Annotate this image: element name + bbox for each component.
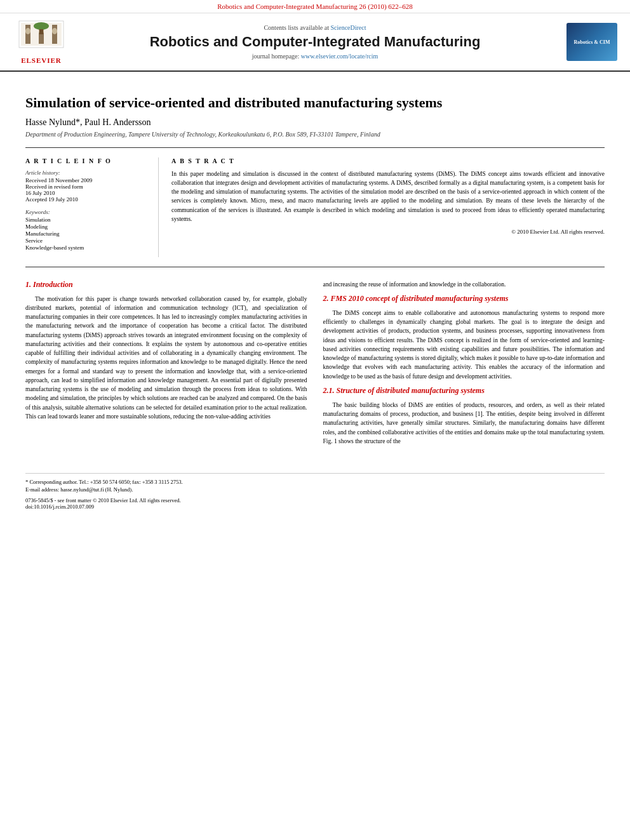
keyword-4: Service (25, 237, 149, 244)
article-affiliation: Department of Production Engineering, Ta… (25, 131, 605, 138)
intro-heading: 1. Introduction (25, 280, 307, 290)
intro-para1: The motivation for this paper is change … (25, 295, 307, 422)
accepted-date: Accepted 19 July 2010 (25, 196, 149, 203)
journal-title: Robotics and Computer-Integrated Manufac… (70, 34, 560, 50)
page-footer: * Corresponding author. Tel.: +358 50 57… (25, 473, 605, 510)
email-note: E-mail address: hasse.nylund@tut.fi (H. … (25, 486, 605, 494)
footer-ids: 0736-5845/$ - see front matter © 2010 El… (25, 497, 605, 510)
keywords-list: Simulation Modeling Manufacturing Servic… (25, 217, 149, 251)
svg-point-8 (34, 22, 49, 30)
svg-point-5 (25, 28, 30, 34)
homepage-link[interactable]: www.elsevier.com/locate/rcim (301, 53, 379, 60)
main-content: Simulation of service-oriented and distr… (0, 72, 630, 460)
keywords-group: Keywords: Simulation Modeling Manufactur… (25, 209, 149, 251)
fms-heading: 2. FMS 2010 concept of distributed manuf… (323, 294, 605, 303)
fms-para1: The DiMS concept aims to enable collabor… (323, 309, 605, 381)
sciencedirect-link[interactable]: ScienceDirect (330, 24, 366, 31)
keyword-1: Simulation (25, 217, 149, 223)
svg-rect-9 (39, 29, 43, 34)
keyword-3: Manufacturing (25, 230, 149, 237)
svg-point-7 (52, 28, 57, 34)
history-group: Article history: Received 18 November 20… (25, 170, 149, 203)
article-title: Simulation of service-oriented and distr… (25, 94, 605, 112)
elsevier-logo-left: ELSEVIER (13, 20, 70, 64)
intro-para1-cont: and increasing the reuse of information … (323, 280, 605, 289)
header-divider (25, 147, 605, 148)
article-authors: Hasse Nylund*, Paul H. Andersson (25, 117, 605, 128)
journal-center-info: Contents lists available at ScienceDirec… (70, 24, 560, 60)
info-section: A R T I C L E I N F O Article history: R… (25, 154, 605, 260)
copyright-line: © 2010 Elsevier Ltd. All rights reserved… (171, 229, 605, 235)
rights-reserved: 0736-5845/$ - see front matter © 2010 El… (25, 497, 605, 503)
keywords-label: Keywords: (25, 209, 149, 215)
body-divider (25, 267, 605, 267)
abstract-section: A B S T R A C T In this paper modeling a… (171, 157, 605, 257)
article-info-heading: A R T I C L E I N F O (25, 157, 149, 164)
fms-sub-heading: 2.1. Structure of distributed manufactur… (323, 386, 605, 396)
journal-logo-right: Robotics & CIM (560, 23, 617, 61)
contents-line: Contents lists available at ScienceDirec… (70, 24, 560, 31)
history-label: Article history: (25, 170, 149, 176)
revised-date: 16 July 2010 (25, 190, 149, 196)
corresponding-note: * Corresponding author. Tel.: +358 50 57… (25, 479, 605, 486)
revised-label: Received in revised form (25, 183, 149, 190)
abstract-text: In this paper modeling and simulation is… (171, 170, 605, 224)
doi: doi:10.1016/j.rcim.2010.07.009 (25, 503, 605, 510)
fms-para2: The basic building blocks of DiMS are en… (323, 401, 605, 446)
elsevier-name-label: ELSEVIER (13, 57, 70, 64)
article-info-panel: A R T I C L E I N F O Article history: R… (25, 157, 159, 257)
keyword-5: Knowledge-based system (25, 244, 149, 251)
brand-logo-right: Robotics & CIM (566, 23, 617, 61)
keyword-2: Modeling (25, 223, 149, 230)
homepage-line: journal homepage: www.elsevier.com/locat… (70, 53, 560, 60)
col-left: 1. Introduction The motivation for this … (25, 280, 307, 451)
top-bar: Robotics and Computer-Integrated Manufac… (0, 0, 630, 13)
abstract-heading: A B S T R A C T (171, 157, 605, 164)
col-right: and increasing the reuse of information … (323, 280, 605, 451)
journal-citation: Robotics and Computer-Integrated Manufac… (217, 3, 413, 10)
journal-header: ELSEVIER Contents lists available at Sci… (0, 13, 630, 72)
body-columns: 1. Introduction The motivation for this … (25, 280, 605, 451)
received-date: Received 18 November 2009 (25, 177, 149, 183)
